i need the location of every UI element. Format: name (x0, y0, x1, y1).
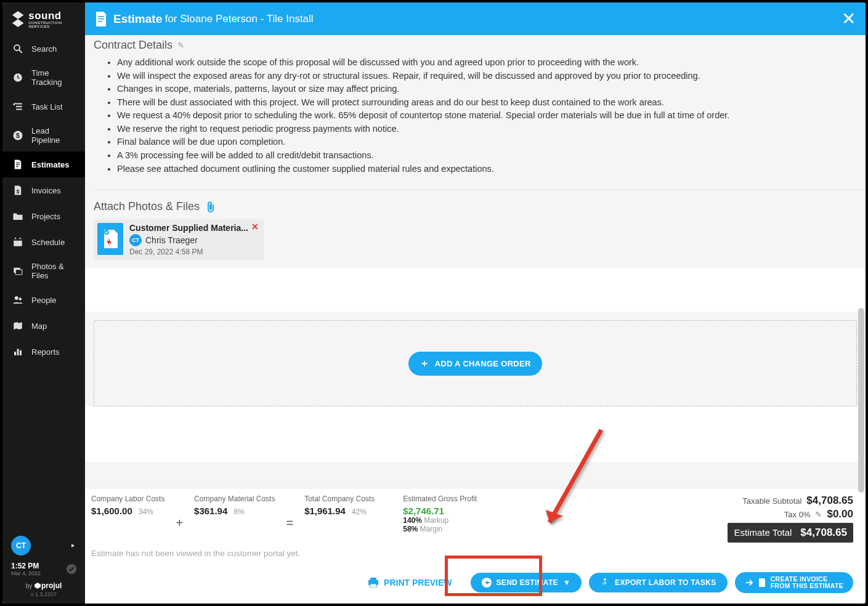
scrollbar[interactable] (858, 31, 864, 493)
sync-status-icon (67, 564, 76, 574)
attachment-card[interactable]: Customer Supplied Materia... CT Chris Tr… (94, 219, 264, 260)
contract-bullet: There will be dust associated with this … (117, 97, 866, 109)
export-labor-button[interactable]: EXPORT LABOR TO TASKS (589, 573, 728, 592)
contract-bullet: Changes in scope, materials, patterns, l… (117, 83, 866, 95)
pdf-thumb-icon (97, 223, 123, 255)
dollar-circle-icon: $ (12, 129, 24, 142)
contract-bullet: We will inspect the exposed areas for an… (117, 70, 866, 83)
print-icon (368, 578, 379, 588)
sidebar-item-search[interactable]: Search (2, 36, 85, 62)
sidebar-item-label: People (31, 296, 56, 305)
sidebar-item-label: Time Tracking (31, 68, 76, 87)
svg-rect-9 (16, 164, 20, 165)
attachment-user-name: Chris Traeger (145, 235, 198, 245)
sidebar: sound CONSTRUCTION SERVICES Search Time … (2, 2, 85, 604)
annotation-highlight (445, 556, 542, 596)
arrow-right-icon (745, 578, 753, 587)
attach-section-heading: Attach Photos & Files (94, 200, 866, 213)
page-subtitle: for Sloane Peterson - Tile Install (165, 13, 314, 25)
svg-point-19 (19, 297, 22, 301)
attachment-date: Dec 29, 2022 4:58 PM (129, 248, 248, 256)
nav-list: Search Time Tracking Task List $Lead Pip… (2, 36, 85, 530)
paperclip-icon[interactable] (206, 201, 216, 213)
brand-name: sound (28, 10, 76, 21)
svg-point-18 (15, 296, 18, 300)
sidebar-item-estimates[interactable]: Estimates (2, 152, 85, 177)
change-order-dropzone: ＋ ADD A CHANGE ORDER (94, 320, 857, 406)
attachment-name: Customer Supplied Materia... (129, 223, 248, 233)
sidebar-item-people[interactable]: People (2, 287, 85, 313)
brand-logo-icon (11, 10, 25, 28)
sidebar-item-task-list[interactable]: Task List (2, 94, 85, 119)
sidebar-item-map[interactable]: Map (2, 313, 85, 339)
brand-sub: CONSTRUCTION SERVICES (28, 21, 76, 28)
footer-time: 1:52 PM (11, 562, 41, 570)
svg-point-0 (14, 45, 20, 50)
edit-icon[interactable]: ✎ (177, 41, 184, 50)
sidebar-item-invoices[interactable]: $Invoices (2, 177, 85, 203)
folder-icon (12, 210, 24, 222)
tasklist-icon (12, 100, 24, 113)
add-change-order-button[interactable]: ＋ ADD A CHANGE ORDER (408, 352, 541, 376)
svg-point-32 (604, 578, 606, 581)
map-icon (12, 320, 24, 332)
gross-profit-block: Estimated Gross Profit $2,746.71 140% Ma… (403, 495, 477, 533)
sidebar-item-lead-pipeline[interactable]: $Lead Pipeline (2, 119, 85, 152)
topbar: Estimate for Sloane Peterson - Tile Inst… (85, 2, 866, 35)
contract-bullet-list: Any additional work outside the scope of… (94, 57, 866, 175)
svg-rect-30 (370, 584, 376, 588)
svg-rect-10 (16, 166, 18, 167)
logo: sound CONSTRUCTION SERVICES (2, 2, 85, 36)
expand-icon[interactable] (70, 543, 76, 549)
svg-rect-13 (14, 239, 22, 241)
contract-bullet: We reserve the right to request periodic… (117, 123, 866, 135)
sidebar-item-reports[interactable]: Reports (2, 339, 85, 365)
svg-rect-28 (370, 578, 376, 580)
create-invoice-button[interactable]: CREATE INVOICE FROM THIS ESTIMATE (735, 572, 853, 593)
sidebar-footer: CT 1:52 PM Mar 4, 2022 by projul v 1.3.2… (2, 530, 85, 604)
svg-rect-20 (14, 352, 16, 355)
invoice-icon: $ (12, 184, 24, 196)
document-icon (12, 158, 24, 171)
sidebar-item-schedule[interactable]: Schedule (2, 229, 85, 255)
main: Estimate for Sloane Peterson - Tile Inst… (85, 2, 866, 604)
sidebar-item-label: Map (31, 321, 47, 331)
svg-rect-21 (17, 349, 19, 356)
svg-text:$: $ (17, 189, 20, 195)
remove-attachment-icon[interactable]: ✕ (251, 222, 259, 232)
search-icon (12, 42, 24, 55)
footer-date: Mar 4, 2022 (11, 570, 41, 576)
sidebar-item-label: Estimates (31, 160, 69, 169)
chevron-down-icon: ▼ (563, 578, 570, 587)
total-costs-block: Total Company Costs $1,961.9442% (304, 495, 375, 516)
close-icon[interactable]: ✕ (842, 9, 856, 29)
plus-connector: + (176, 507, 183, 530)
sidebar-item-projects[interactable]: Projects (2, 203, 85, 229)
sidebar-item-photos-files[interactable]: Photos & Files (2, 255, 85, 287)
sidebar-item-time-tracking[interactable]: Time Tracking (2, 62, 85, 94)
clock-icon (12, 71, 24, 84)
contract-bullet: Any additional work outside the scope of… (117, 57, 866, 69)
avatar[interactable]: CT (11, 536, 31, 556)
sidebar-item-label: Projects (31, 212, 60, 221)
svg-rect-26 (98, 21, 102, 22)
estimate-total-badge: Estimate Total $4,708.65 (728, 523, 853, 543)
sidebar-item-label: Lead Pipeline (31, 126, 76, 145)
contract-bullet: Please see attached document outlining t… (117, 163, 866, 176)
divider (94, 190, 866, 190)
right-totals-block: Taxable Subtotal $4,708.65 Tax 0% ✎ $0.0… (728, 495, 853, 543)
sidebar-item-label: Task List (31, 102, 63, 111)
equals-connector: = (286, 507, 293, 530)
svg-rect-17 (15, 270, 22, 275)
attachment-user-avatar: CT (129, 234, 142, 246)
labor-costs-block: Company Labor Costs $1,600.0034% (91, 495, 164, 516)
powered-by: by projul (11, 581, 76, 590)
person-run-icon (600, 578, 610, 588)
edit-tax-icon[interactable]: ✎ (815, 510, 822, 519)
material-costs-block: Company Material Costs $361.948% (194, 495, 275, 516)
svg-rect-22 (20, 350, 22, 355)
invoice-icon (758, 578, 766, 587)
contract-bullet: We request a 40% deposit prior to schedu… (117, 110, 866, 122)
contract-details-heading: Contract Details ✎ (94, 35, 866, 55)
sidebar-item-label: Photos & Files (31, 262, 76, 280)
